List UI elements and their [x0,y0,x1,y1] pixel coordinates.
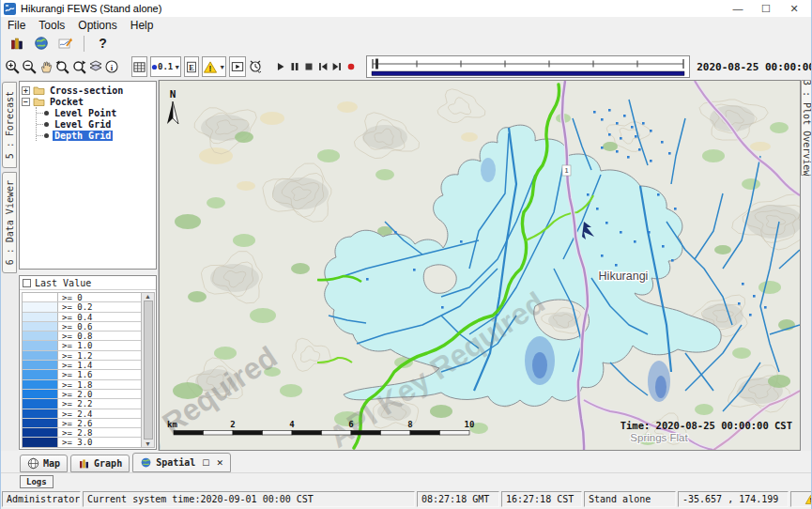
collapse-minus-icon[interactable]: − [22,98,30,106]
scroll-down-icon[interactable]: ▼ [145,440,151,447]
current-time-label: 2020-08-25 00:00:00 CST [697,61,812,73]
pause-icon[interactable] [288,56,301,77]
tree-item-pocket[interactable]: − Pocket [22,96,156,107]
float-panel-button[interactable]: ☐ [202,458,209,468]
map-viewport[interactable]: 1 API Key Required API Key Required Hiku… [159,80,801,451]
tab-data-viewer[interactable]: 6 : Data Viewer [2,172,17,273]
menu-tools[interactable]: Tools [32,19,71,32]
legend-color-swatch [23,313,58,321]
window-controls: — ☐ ✕ [724,1,808,17]
time-span-bar [372,71,684,76]
tree-item-cross-section[interactable]: + Cross-section [22,85,156,96]
legend-row[interactable]: >= 2.6 [23,419,141,428]
layers-icon[interactable] [88,56,103,77]
value-threshold-dropdown[interactable]: 0.1▼ [150,56,181,77]
legend-color-swatch [23,361,58,369]
globe-icon [140,456,152,469]
tree-item-level-grid[interactable]: Level Grid [37,118,156,130]
logs-button[interactable]: Logs [20,475,54,488]
maximize-button[interactable]: ☐ [752,1,780,17]
zoom-next-icon[interactable] [71,56,87,77]
scroll-up-icon[interactable]: ▲ [145,293,151,300]
tab-map[interactable]: Map [20,455,68,472]
legend-row-label: >= 1.0 [58,341,93,349]
legend-row[interactable]: >= 0.4 [23,313,141,322]
topology-tree[interactable]: + Cross-section − Pocket Level Point Lev… [19,81,157,270]
legend-row[interactable]: >= 2.2 [23,399,141,409]
tree-item-level-point[interactable]: Level Point [37,107,156,118]
legend-row[interactable]: >= 1.2 [23,351,141,361]
svg-text:8: 8 [407,420,412,429]
svg-text:1: 1 [565,167,569,174]
close-button[interactable]: ✕ [780,1,808,17]
graphs-icon[interactable] [6,33,27,54]
legend-row[interactable]: >= 0 [23,293,141,302]
minimize-button[interactable]: — [724,1,752,17]
stop-icon[interactable] [302,56,315,77]
step-forward-icon[interactable] [330,56,344,77]
animation-icon[interactable] [229,56,246,77]
data-viewer-panel: + Cross-section − Pocket Level Point Lev… [18,80,159,451]
status-warning-cell[interactable]: ! [790,491,812,507]
zoom-previous-icon[interactable] [54,56,70,77]
legend-icon[interactable]: E [184,56,199,77]
globe-icon[interactable] [30,33,52,54]
warning-dropdown[interactable]: !▼ [202,56,226,77]
legend-row[interactable]: >= 0.8 [23,332,141,341]
svg-text:E: E [189,63,194,71]
main-toolbar: ? [1,33,811,54]
scrollbar-thumb[interactable] [144,301,153,440]
legend-row-label: >= 1.8 [58,380,93,389]
zoom-in-icon[interactable] [5,56,21,77]
menu-help[interactable]: Help [124,19,161,32]
legend-row-label: >= 1.4 [58,361,93,369]
play-icon[interactable] [274,56,287,77]
help-icon[interactable]: ? [92,33,114,54]
legend-row[interactable]: >= 1.0 [23,341,141,350]
info-icon[interactable]: i [104,56,119,77]
expand-plus-icon[interactable]: + [22,86,30,95]
threshold-value: 0.1 [158,62,173,71]
legend-row[interactable]: >= 2.8 [23,428,141,438]
legend-color-swatch [23,419,58,427]
legend-row[interactable]: >= 2.4 [23,409,141,419]
last-value-checkbox[interactable] [23,279,31,287]
time-slider[interactable] [366,55,690,78]
profile-chart-icon[interactable] [54,33,76,54]
grid-icon[interactable] [131,56,147,77]
legend-color-swatch [23,341,58,349]
legend-row-label: >= 0.8 [58,332,93,340]
legend-row[interactable]: >= 1.8 [23,380,141,390]
legend-row-label: >= 2.8 [58,428,93,437]
legend-row[interactable]: >= 0.6 [23,322,141,332]
close-panel-button[interactable]: ✕ [216,458,223,468]
record-icon[interactable] [345,56,358,77]
legend-row[interactable]: >= 3.0 [23,438,141,447]
logs-bar: Logs [1,472,812,489]
tab-plot-overview[interactable]: 3 : Plot Overview [801,80,812,176]
legend-row[interactable]: >= 0.2 [23,302,141,312]
chevron-down-icon: ▼ [219,64,225,70]
time-control-icon[interactable] [248,56,263,77]
step-back-icon[interactable] [316,56,329,77]
bullet-icon [44,133,49,138]
menu-options[interactable]: Options [71,19,123,32]
legend-scrollbar[interactable]: ▲ ▼ [142,292,155,448]
legend-row[interactable]: >= 1.6 [23,370,141,379]
window-title: Hikurangi FEWS (Stand alone) [21,3,161,14]
zoom-out-icon[interactable] [22,56,38,77]
tab-spatial[interactable]: Spatial ☐ ✕ [132,453,231,472]
menu-file[interactable]: File [1,19,32,32]
pan-hand-icon[interactable] [38,56,54,77]
legend-row-label: >= 1.2 [58,351,93,360]
tab-graph[interactable]: Graph [70,455,130,472]
svg-text:N: N [170,88,176,100]
tab-forecast[interactable]: 5 : Forecast [2,82,17,168]
svg-text:4: 4 [289,420,295,429]
locality-label: Springs Flat [630,432,688,443]
legend-row[interactable]: >= 1.4 [23,361,141,370]
tree-item-depth-grid[interactable]: Depth Grid [37,130,156,141]
legend-row[interactable]: >= 2.0 [23,390,141,399]
status-mode: Stand alone [584,491,676,507]
folder-icon [33,97,45,106]
